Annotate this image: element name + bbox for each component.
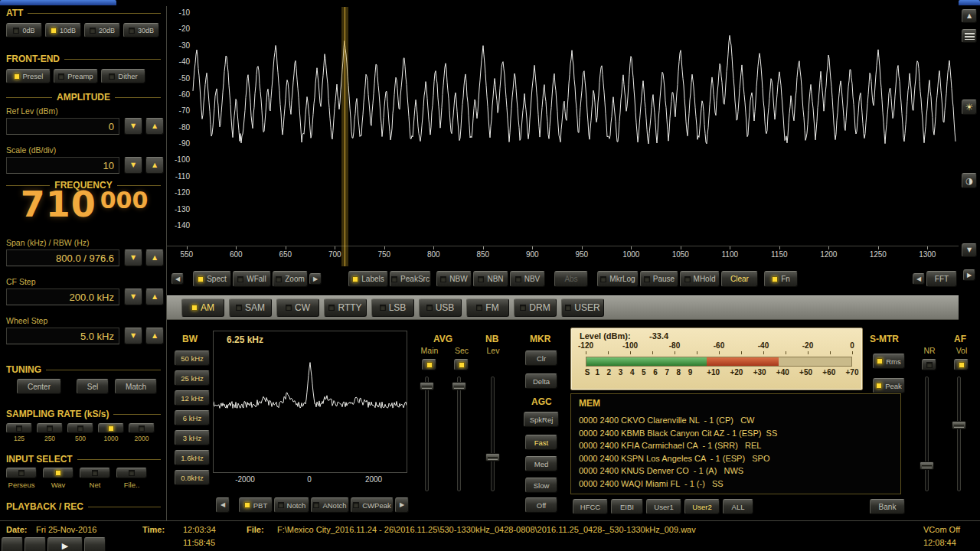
att-30db-button[interactable]: 30dB: [123, 23, 159, 37]
att-20db-button[interactable]: 20dB: [84, 23, 120, 37]
smtr-rms-button[interactable]: Rms: [873, 354, 905, 369]
sampling-rate-2000-button[interactable]: [129, 423, 155, 433]
avg-sec-slider-track[interactable]: [457, 377, 461, 491]
ref-lev-spin-up-button[interactable]: ▲: [145, 118, 164, 135]
bw-3-khz-button[interactable]: 3 kHz: [175, 430, 210, 445]
mem-hfcc-button[interactable]: HFCC: [573, 499, 608, 514]
mem-all-button[interactable]: ALL: [723, 499, 753, 514]
scroll-down-button[interactable]: ▼: [962, 243, 977, 257]
input-file-button[interactable]: [116, 468, 147, 478]
toolbar-mkrlog-button[interactable]: MkrLog: [597, 271, 639, 287]
mem-bank-button[interactable]: Bank: [870, 499, 905, 514]
smtr-peak-button[interactable]: Peak: [873, 378, 905, 393]
mode-am-button[interactable]: AM: [181, 298, 224, 317]
bw-0-8khz-button[interactable]: 0.8kHz: [175, 470, 210, 485]
tuning-match-button[interactable]: Match: [115, 379, 157, 394]
mkr-delta-button[interactable]: Delta: [525, 373, 557, 389]
scale-value[interactable]: 10: [6, 157, 119, 174]
mem-row[interactable]: 0000 2400 KBMB Black Canyon Cit AZ - 1 (…: [579, 429, 777, 438]
wheel-step-spin-up-button[interactable]: ▲: [145, 328, 164, 344]
span-rbw-value[interactable]: 800.0 / 976.6: [6, 249, 119, 266]
ref-lev-value[interactable]: 0: [6, 118, 119, 135]
front-end-presel-button[interactable]: Presel: [6, 69, 51, 83]
sampling-rate-250-button[interactable]: [37, 423, 63, 433]
mode-drm-button[interactable]: DRM: [514, 298, 557, 317]
toolbar-spect-button[interactable]: Spect: [193, 271, 231, 287]
mem-eibi-button[interactable]: EIBI: [611, 499, 643, 514]
mem-row[interactable]: 0000 2400 KFIA Carmichael CA - 1 (SRR) R…: [579, 441, 761, 450]
mode-sam-button[interactable]: SAM: [229, 298, 272, 317]
toolbar-fft-button[interactable]: FFT: [926, 271, 957, 287]
agc-med-button[interactable]: Med: [525, 456, 557, 471]
toolbar-mhold-button[interactable]: MHold: [680, 271, 720, 287]
scroll-up-button[interactable]: ▲: [962, 9, 977, 23]
tuning-sel-button[interactable]: Sel: [77, 379, 109, 394]
playback-button-2[interactable]: [24, 537, 46, 551]
bw-1-6khz-button[interactable]: 1.6kHz: [175, 450, 210, 465]
toolbar-clear-button[interactable]: Clear: [721, 271, 758, 287]
span-rbw-spin-down-button[interactable]: ▼: [124, 249, 142, 266]
input-wav-button[interactable]: [43, 468, 74, 478]
wheel-step-spin-down-button[interactable]: ▼: [124, 328, 142, 344]
att-0db-button[interactable]: 0dB: [6, 23, 42, 37]
toolbar-pause-button[interactable]: Pause: [640, 271, 678, 287]
filter-notch-button[interactable]: Notch: [274, 497, 309, 513]
mode-usb-button[interactable]: USB: [419, 298, 462, 317]
mem-row[interactable]: 0000 2400 KNUS Denver CO - 1 (A) NWS: [579, 466, 743, 475]
af-nr-slider-thumb[interactable]: [920, 461, 934, 470]
toolbar-labels-button[interactable]: Labels: [348, 271, 388, 287]
frequency-display[interactable]: 710 000: [14, 188, 155, 230]
toolbar-nbv-button[interactable]: NBV: [510, 271, 545, 287]
bw-6-khz-button[interactable]: 6 kHz: [175, 410, 210, 425]
toolbar-next-button[interactable]: ▶: [309, 273, 322, 285]
mode-cw-button[interactable]: CW: [276, 298, 319, 317]
playback-button-1[interactable]: [2, 537, 23, 551]
toolbar-abs-button[interactable]: Abs: [554, 271, 588, 287]
input-net-button[interactable]: [80, 468, 110, 478]
palette-button[interactable]: [962, 29, 977, 43]
mode-rtty-button[interactable]: RTTY: [324, 298, 367, 317]
sampling-rate-125-button[interactable]: [6, 423, 32, 433]
bw-25-khz-button[interactable]: 25 kHz: [175, 370, 210, 386]
toolbar-zoom-button[interactable]: Zoom: [273, 271, 308, 287]
filter-anotch-button[interactable]: ANotch: [311, 497, 349, 513]
af-nr-enable-button[interactable]: [922, 359, 936, 370]
brightness-button[interactable]: ☀: [962, 99, 977, 115]
filter-next-button[interactable]: ▶: [395, 497, 409, 513]
scale-spin-up-button[interactable]: ▲: [145, 157, 164, 174]
front-end-dither-button[interactable]: Dither: [101, 69, 145, 83]
filter-pbt-button[interactable]: PBT: [239, 497, 273, 513]
agc-slow-button[interactable]: Slow: [525, 478, 557, 493]
nb-lev-slider-thumb[interactable]: [485, 453, 500, 461]
mem-user1-button[interactable]: User1: [646, 499, 681, 514]
mode-fm-button[interactable]: FM: [466, 298, 509, 317]
agc-spkrej-button[interactable]: SpkRej: [524, 412, 559, 427]
cf-step-value[interactable]: 200.0 kHz: [6, 289, 119, 305]
input-perseus-button[interactable]: [6, 468, 37, 478]
af-vol-slider-thumb[interactable]: [952, 421, 966, 429]
filter-cwpeak-button[interactable]: CWPeak: [351, 497, 394, 513]
sampling-rate-500-button[interactable]: [67, 423, 93, 433]
af-nr-slider-track[interactable]: [925, 377, 929, 491]
agc-fast-button[interactable]: Fast: [525, 435, 557, 450]
toolbar-prev-button[interactable]: ◀: [172, 273, 184, 285]
mode-lsb-button[interactable]: LSB: [371, 298, 414, 317]
sampling-rate-1000-button[interactable]: [98, 423, 124, 433]
contrast-button[interactable]: ◑: [962, 173, 977, 188]
bw-12-khz-button[interactable]: 12 kHz: [175, 390, 210, 406]
toolbar-nbn-button[interactable]: NBN: [473, 271, 508, 287]
avg-sec-enable-button[interactable]: [454, 359, 469, 370]
playback-play-button[interactable]: ▶: [47, 537, 83, 551]
playback-button-4[interactable]: [84, 537, 106, 551]
mem-user2-button[interactable]: User2: [684, 499, 720, 514]
nb-lev-slider-track[interactable]: [491, 377, 495, 491]
span-rbw-spin-up-button[interactable]: ▲: [145, 249, 164, 266]
scale-spin-down-button[interactable]: ▼: [124, 157, 142, 174]
mem-row[interactable]: 0000 2400 WAQI Miami FL - 1 (-) SS: [579, 479, 724, 488]
af-vol-enable-button[interactable]: [954, 359, 969, 370]
tuning-center-button[interactable]: Center: [17, 379, 61, 394]
spectrum-display[interactable]: [167, 6, 959, 246]
bw-50-khz-button[interactable]: 50 kHz: [175, 350, 210, 366]
mem-row[interactable]: 0000 2400 CKVO Clarenville NL - 1 (CP) C…: [579, 416, 754, 425]
cf-step-spin-up-button[interactable]: ▲: [145, 289, 164, 305]
